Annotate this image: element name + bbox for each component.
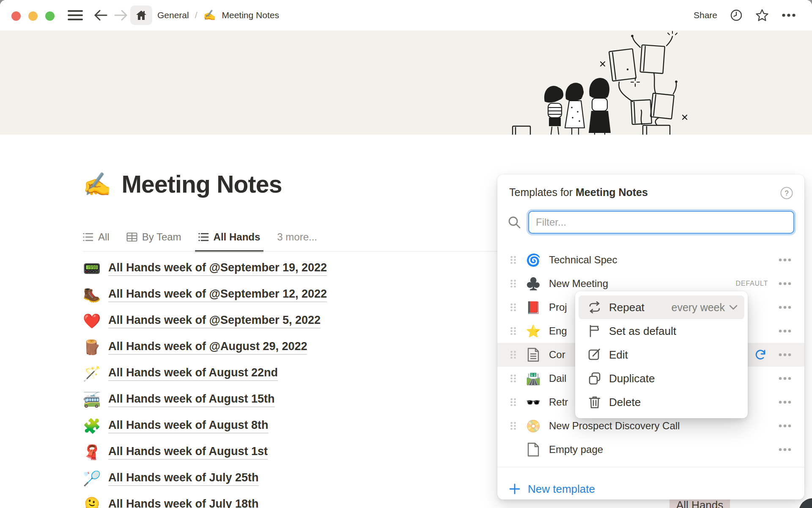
template-options-icon[interactable] (777, 424, 793, 428)
table-row[interactable]: 🪄All Hands week of August 22nd (83, 360, 489, 387)
plus-icon (509, 483, 520, 494)
drag-handle-icon[interactable] (510, 326, 517, 336)
drag-handle-icon[interactable] (510, 279, 517, 288)
row-title[interactable]: All Hands week of @August 29, 2022 (108, 340, 307, 355)
row-title[interactable]: All Hands week of @September 5, 2022 (108, 314, 321, 329)
page-cover-banner[interactable] (0, 30, 812, 135)
search-icon (508, 215, 521, 229)
table-row[interactable]: 🧩All Hands week of August 8th (83, 413, 489, 439)
row-title[interactable]: All Hands week of @September 19, 2022 (108, 261, 327, 276)
template-options-icon[interactable] (777, 258, 793, 262)
template-row-empty-page[interactable]: Empty page (497, 438, 804, 461)
share-button[interactable]: Share (694, 10, 717, 20)
template-emoji-icon: 🛣️ (525, 372, 541, 386)
new-template-button[interactable]: New template (509, 477, 595, 501)
menu-item-repeat[interactable]: Repeat every week (579, 295, 744, 319)
back-arrow-icon[interactable] (91, 0, 110, 30)
template-options-icon[interactable] (777, 282, 793, 285)
menu-item-delete[interactable]: Delete (579, 390, 744, 414)
repeat-frequency-value[interactable]: every week (672, 301, 725, 314)
template-options-icon[interactable] (777, 400, 793, 404)
ellipsis-icon[interactable] (782, 13, 796, 17)
breadcrumb-separator: / (195, 10, 198, 20)
row-emoji-icon: 🚎 (83, 391, 100, 408)
row-title[interactable]: All Hands week of August 8th (108, 419, 269, 433)
table-row[interactable]: 🫠All Hands week of July 18th (83, 491, 489, 508)
home-button[interactable] (130, 6, 152, 25)
repeat-icon (588, 301, 601, 313)
drag-handle-icon[interactable] (510, 398, 517, 407)
row-emoji-icon: 🧩 (83, 417, 100, 434)
hamburger-icon[interactable] (66, 0, 85, 30)
tab-by-team[interactable]: By Team (126, 231, 181, 251)
template-options-icon[interactable] (777, 306, 793, 309)
popup-footer-divider (497, 467, 804, 467)
menu-item-set-as-default[interactable]: Set as default (579, 319, 744, 343)
trash-icon (588, 396, 601, 409)
template-options-icon[interactable] (777, 448, 793, 451)
template-emoji-icon: 🌀 (525, 253, 541, 267)
traffic-lights (11, 11, 55, 21)
row-title[interactable]: All Hands week of July 18th (108, 497, 259, 508)
list-view-icon (198, 232, 209, 242)
zoom-window-button[interactable] (45, 11, 55, 21)
star-icon[interactable] (755, 8, 769, 22)
drag-handle-icon[interactable] (510, 350, 517, 359)
row-title[interactable]: All Hands week of July 25th (108, 471, 259, 486)
chevron-down-icon (729, 305, 738, 310)
table-row[interactable]: 🏸All Hands week of July 25th (83, 465, 489, 491)
menu-label: Duplicate (609, 372, 738, 385)
forward-arrow-icon[interactable] (112, 0, 130, 30)
menu-label: Repeat (609, 301, 672, 314)
page-title-emoji-icon[interactable]: ✍️ (83, 173, 111, 196)
drag-handle-icon[interactable] (510, 255, 517, 265)
tab-all[interactable]: All (83, 231, 110, 251)
clock-icon[interactable] (730, 9, 743, 22)
breadcrumb-page[interactable]: Meeting Notes (222, 10, 279, 20)
corner-widget[interactable] (799, 498, 812, 508)
row-emoji-icon: 🫠 (83, 496, 100, 508)
table-row[interactable]: 🪵All Hands week of @August 29, 2022 (83, 334, 489, 360)
menu-item-edit[interactable]: Edit (579, 343, 744, 367)
table-row[interactable]: 📟All Hands week of @September 19, 2022 (83, 255, 489, 282)
template-row-technical-spec[interactable]: 🌀 Technical Spec (497, 248, 804, 272)
list-view-icon (83, 232, 93, 242)
toolbar: General / ✍️ Meeting Notes Share (0, 0, 812, 30)
table-row[interactable]: 🧣All Hands week of August 1st (83, 439, 489, 465)
default-badge: DEFAULT (736, 280, 768, 287)
row-emoji-icon: ❤️ (83, 312, 100, 329)
tab-all-hands[interactable]: All Hands (198, 231, 261, 251)
database-row-list: 📟All Hands week of @September 19, 2022 🥾… (83, 255, 489, 508)
minimize-window-button[interactable] (28, 11, 38, 21)
menu-item-duplicate[interactable]: Duplicate (579, 367, 744, 390)
tab-label: All Hands (214, 231, 261, 243)
drag-handle-icon[interactable] (510, 421, 517, 431)
row-title[interactable]: All Hands week of August 22nd (108, 366, 278, 381)
page-title[interactable]: Meeting Notes (121, 170, 282, 198)
filter-input[interactable] (528, 211, 794, 234)
close-window-button[interactable] (11, 11, 21, 21)
tabs-more-button[interactable]: 3 more... (277, 231, 317, 251)
row-title[interactable]: All Hands week of August 15th (108, 392, 275, 407)
template-label: Empty page (549, 444, 777, 456)
template-emoji-icon: 📀 (525, 419, 541, 433)
row-emoji-icon: 📟 (83, 260, 100, 277)
template-emoji-icon: ♣️ (525, 277, 541, 291)
breadcrumb: General / ✍️ Meeting Notes (157, 0, 279, 30)
breadcrumb-section[interactable]: General (157, 10, 189, 20)
template-options-icon[interactable] (777, 353, 793, 356)
table-row[interactable]: 🚎All Hands week of August 15th (83, 387, 489, 413)
table-row[interactable]: ❤️All Hands week of @September 5, 2022 (83, 308, 489, 334)
template-options-icon[interactable] (777, 377, 793, 380)
question-circle-icon[interactable]: ? (780, 186, 793, 200)
row-title[interactable]: All Hands week of @September 12, 2022 (108, 287, 327, 302)
table-row[interactable]: 🥾All Hands week of @September 12, 2022 (83, 282, 489, 308)
table-view-icon (126, 232, 137, 242)
view-tabs-bar: All By Team All Hands 3 more... (83, 222, 497, 251)
template-label: New Prospect Discovery Call (549, 420, 777, 432)
template-options-icon[interactable] (777, 329, 793, 333)
drag-handle-icon[interactable] (510, 303, 517, 312)
drag-handle-icon[interactable] (510, 374, 517, 383)
tab-label: All (98, 231, 110, 243)
row-title[interactable]: All Hands week of August 1st (108, 445, 268, 460)
